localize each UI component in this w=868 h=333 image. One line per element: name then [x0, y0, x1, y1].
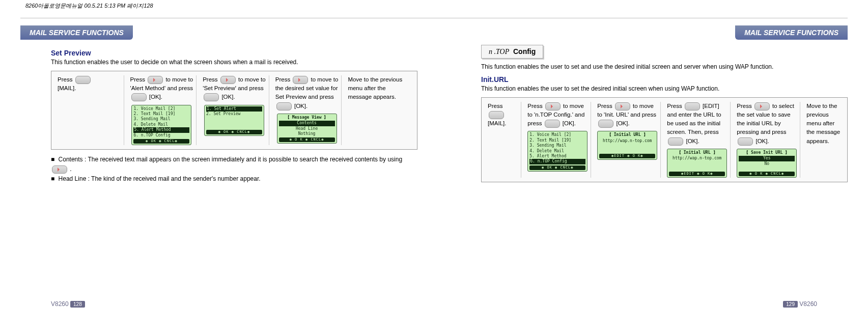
text: .	[70, 165, 71, 173]
right-steps: Press [MAIL]. Press to move to 'n.TOP Co…	[481, 97, 848, 183]
soft-key-icon	[685, 102, 700, 110]
text: Press	[130, 76, 147, 82]
soft-key-icon	[738, 137, 753, 146]
step: Press [MAIL].	[54, 75, 124, 145]
text: Contents : The received text mail appear…	[59, 156, 402, 163]
screen-line: 1. Voice Mail [2]	[529, 132, 585, 137]
screen-softbar: ◉EDIT ◉ O K◉	[669, 172, 725, 176]
model-label: V8260	[51, 300, 69, 308]
text: Press	[597, 103, 614, 109]
screen-line: http://wap.n-top.com	[599, 138, 655, 144]
config-intro: This function enables the user to set an…	[481, 63, 837, 71]
text: Press	[58, 76, 74, 82]
text: [OK].	[221, 94, 235, 100]
model-label: V8260	[799, 300, 817, 308]
screen-line-selected: Contents	[279, 121, 335, 126]
text: [MAIL].	[58, 85, 76, 91]
screen-title: 【 Initial URL 】	[669, 150, 725, 155]
nav-key-icon	[220, 76, 236, 84]
soft-key-icon	[489, 111, 504, 119]
screen-line: 1. Voice Mail [2]	[133, 106, 189, 112]
screen-line: 2. Text Mail [19]	[133, 112, 189, 117]
screen-softbar: ◉ OK ◉ CNCL◉	[206, 130, 262, 134]
section-tab: MAIL SERVICE FUNCTIONS	[735, 25, 848, 40]
screen-line-selected: Yes	[739, 156, 795, 161]
screen-line-selected: 6. n.TOP Config	[529, 159, 585, 164]
nav-key-icon	[52, 165, 67, 174]
step: Press [MAIL].	[485, 102, 521, 178]
soft-key-icon	[545, 120, 560, 128]
text: [OK].	[294, 103, 307, 109]
step: Press to move to 'Alert Method' and pres…	[127, 75, 197, 145]
step: Move to the previous menu after the mess…	[345, 75, 414, 145]
text: [OK].	[616, 120, 629, 126]
crop-mark: 8260아폴로영문메뉴얼 00.5.21 5:13 PM 페이지128	[25, 2, 153, 10]
screen-softbar: ◉EDIT ◉ O K◉	[599, 154, 655, 158]
nav-key-icon	[148, 76, 163, 84]
text: n .TOP	[489, 48, 509, 55]
text: Head Line : The kind of the received mai…	[59, 175, 261, 182]
init-url-title: Init.URL	[481, 75, 848, 84]
step: Move to the previous menu after the mess…	[803, 102, 844, 178]
list-item: Contents : The received text mail appear…	[51, 155, 407, 174]
nav-key-icon	[293, 76, 308, 84]
header-rule	[20, 18, 848, 21]
text: Press	[667, 103, 684, 109]
page-footer: V8260 128	[51, 300, 85, 308]
section-tab: MAIL SERVICE FUNCTIONS	[20, 25, 133, 40]
step: Press to select the set value to save th…	[734, 102, 800, 178]
screen-softbar: ◉ O K ◉ CNCL◉	[739, 172, 795, 176]
text: Press	[275, 76, 292, 82]
soft-key-icon	[204, 93, 219, 101]
screen-line: 4. Delete Mail	[529, 149, 585, 154]
screen-softbar: ◉ O K ◉ CNCL◉	[279, 137, 335, 142]
soft-key-icon	[668, 137, 683, 146]
text: Press	[737, 103, 753, 109]
text: Press	[488, 103, 502, 109]
config-heading: n .TOP Config	[481, 45, 543, 59]
screen-line: 3. Sending Mail	[529, 143, 585, 148]
step: Press to move to 'Set Preview' and press…	[200, 75, 269, 145]
text: Config	[513, 47, 536, 55]
phone-screen: 1. Voice Mail [2] 2. Text Mail [19] 3. S…	[527, 131, 587, 171]
set-preview-title: Set Preview	[51, 49, 417, 57]
step: Press to move to the desired set value f…	[272, 75, 342, 145]
phone-screen: 【 Initial URL 】 http://wap.n-top.com ◉ED…	[667, 149, 727, 178]
screen-line: 3. Sending Mail	[133, 117, 189, 122]
text: [OK].	[563, 120, 576, 126]
screen-title: 【 Message View 】	[279, 115, 335, 120]
text: Press	[527, 103, 544, 109]
nav-key-icon	[545, 102, 561, 110]
page-number: 128	[70, 301, 85, 308]
screen-line: Nothing	[279, 131, 335, 136]
screen-line-selected: 5. Alert Method	[133, 127, 189, 132]
text: Move to the previous menu after the mess…	[806, 103, 840, 144]
left-page: MAIL SERVICE FUNCTIONS Set Preview This …	[20, 25, 417, 311]
soft-key-icon	[131, 93, 147, 101]
step: Press to move to 'n.TOP Config.' and pre…	[524, 102, 591, 178]
phone-screen: 1. Voice Mail [2] 2. Text Mail [19] 3. S…	[131, 105, 191, 145]
list-item: Head Line : The kind of the received mai…	[51, 174, 407, 184]
screen-line: 2. Set Preview	[206, 112, 262, 117]
screen-line: 4. Delete Mail	[133, 122, 189, 127]
soft-key-icon	[598, 120, 613, 128]
bullet-list: Contents : The received text mail appear…	[51, 155, 407, 184]
screen-title: 【 Save Init URL 】	[739, 150, 795, 155]
step: Press [EDIT] and enter the URL to be use…	[664, 102, 731, 178]
screen-softbar: ◉ OK ◉ CNCL◉	[133, 139, 189, 144]
screen-line: 2. Text Mail [19]	[529, 138, 585, 143]
text: [OK].	[755, 138, 769, 144]
page-number: 129	[783, 301, 798, 308]
text: [OK].	[686, 138, 699, 144]
phone-screen: 【 Save Init URL 】 Yes No ◉ O K ◉ CNCL◉	[737, 149, 797, 178]
text: Press	[203, 76, 219, 82]
soft-key-icon	[75, 76, 91, 84]
text: Move to the previous menu after the mess…	[348, 76, 402, 100]
left-steps: Press [MAIL]. Press to move to 'Alert Me…	[51, 71, 417, 150]
nav-key-icon	[615, 102, 630, 110]
right-page: MAIL SERVICE FUNCTIONS n .TOP Config Thi…	[451, 25, 848, 311]
phone-screen: 【 Initial URL 】 http://wap.n-top.com ◉ED…	[597, 131, 657, 160]
screen-line: Head Line	[279, 126, 335, 131]
phone-screen: 【 Message View 】 Contents Head Line Noth…	[277, 114, 337, 144]
page-footer: 129 V8260	[783, 300, 817, 308]
